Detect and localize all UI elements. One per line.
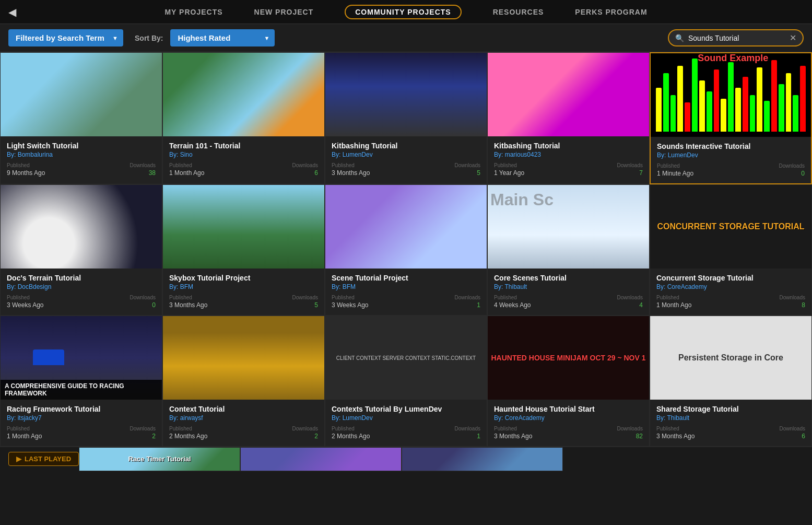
project-card[interactable]: Terrain 101 - TutorialBy: SinoPublished1… bbox=[162, 52, 325, 184]
card-author: By: Thibault bbox=[656, 414, 805, 422]
filter-dropdown[interactable]: Filtered by Search Term bbox=[8, 29, 123, 46]
search-icon: 🔍 bbox=[675, 34, 684, 42]
card-title: Sounds Interactive Tutorial bbox=[657, 142, 805, 150]
card-author: By: CoreAcademy bbox=[494, 414, 643, 422]
card-author: By: CoreAcademy bbox=[656, 283, 805, 290]
sort-dropdown[interactable]: Highest Rated bbox=[170, 29, 275, 46]
card-author: By: itsjacky7 bbox=[7, 414, 156, 422]
project-card[interactable]: Light Switch TutorialBy: BombalurinaPubl… bbox=[0, 52, 162, 184]
card-title: Context Tutorial bbox=[169, 405, 318, 413]
bottom-thumb-2[interactable] bbox=[240, 447, 402, 471]
card-author: By: marious0423 bbox=[494, 151, 643, 158]
card-title: Haunted House Tutorial Start bbox=[494, 405, 643, 413]
last-played-badge: ▶ LAST PLAYED bbox=[8, 452, 79, 466]
card-title: Doc's Terrain Tutorial bbox=[7, 274, 156, 282]
nav-links: MY PROJECTS NEW PROJECT COMMUNITY PROJEC… bbox=[164, 5, 647, 19]
card-title: Scene Tutorial Project bbox=[332, 274, 480, 282]
card-title: Kitbashing Tutorial bbox=[494, 142, 643, 150]
top-navigation: ◀ MY PROJECTS NEW PROJECT COMMUNITY PROJ… bbox=[0, 0, 812, 24]
bottom-thumb-label-1: Race Timer Tutorial bbox=[128, 455, 191, 463]
card-author: By: LumenDev bbox=[332, 414, 480, 422]
card-title: Kitbashing Tutorial bbox=[332, 142, 480, 150]
sort-dropdown-wrapper[interactable]: Highest Rated bbox=[170, 29, 275, 46]
card-author: By: LumenDev bbox=[332, 151, 480, 158]
project-card[interactable]: Skybox Tutorial ProjectBy: BFMPublished3… bbox=[162, 184, 325, 316]
card-author: By: Bombalurina bbox=[7, 151, 156, 158]
project-card[interactable]: CONCURRENT STORAGE TUTORIALConcurrent St… bbox=[650, 184, 812, 316]
last-played-icon: ▶ bbox=[16, 455, 21, 463]
project-card[interactable]: Kitbashing TutorialBy: LumenDevPublished… bbox=[325, 52, 487, 184]
card-author: By: BFM bbox=[332, 283, 480, 290]
card-title: Light Switch Tutorial bbox=[7, 142, 156, 150]
project-card[interactable]: HAUNTED HOUSE MINIJAM OCT 29 ~ NOV 1Haun… bbox=[487, 316, 650, 447]
bottom-thumb-3[interactable] bbox=[402, 447, 563, 471]
card-author: By: airwaysf bbox=[169, 414, 318, 422]
nav-community-projects[interactable]: COMMUNITY PROJECTS bbox=[345, 5, 461, 19]
projects-grid: Light Switch TutorialBy: BombalurinaPubl… bbox=[0, 52, 812, 447]
card-title: Skybox Tutorial Project bbox=[169, 274, 318, 282]
card-author: By: Thibault bbox=[494, 283, 643, 290]
filter-bar: Filtered by Search Term Sort By: Highest… bbox=[0, 24, 812, 52]
project-card[interactable]: Context TutorialBy: airwaysfPublished2 M… bbox=[162, 316, 325, 447]
last-played-label: LAST PLAYED bbox=[25, 455, 71, 463]
nav-my-projects[interactable]: MY PROJECTS bbox=[164, 6, 222, 18]
project-card[interactable]: Persistent Storage in CoreShared Storage… bbox=[650, 316, 812, 447]
card-author: By: BFM bbox=[169, 283, 318, 290]
nav-new-project[interactable]: NEW PROJECT bbox=[254, 6, 314, 18]
card-author: By: LumenDev bbox=[657, 151, 805, 159]
back-button[interactable]: ◀ bbox=[8, 6, 16, 18]
nav-resources[interactable]: RESOURCES bbox=[493, 6, 544, 18]
sort-label: Sort By: bbox=[135, 34, 163, 42]
card-title: Shared Storage Tutorial bbox=[656, 405, 805, 413]
project-card[interactable]: Doc's Terrain TutorialBy: DocBdesignPubl… bbox=[0, 184, 162, 316]
filter-dropdown-wrapper[interactable]: Filtered by Search Term bbox=[8, 29, 123, 46]
search-input[interactable] bbox=[688, 34, 786, 42]
project-card[interactable]: Scene Tutorial ProjectBy: BFMPublished3 … bbox=[325, 184, 487, 316]
card-title: Core Scenes Tutorial bbox=[494, 274, 643, 282]
project-card[interactable]: Kitbashing TutorialBy: marious0423Publis… bbox=[487, 52, 650, 184]
bottom-bar: ▶ LAST PLAYED Race Timer Tutorial bbox=[0, 447, 812, 471]
card-author: By: DocBdesign bbox=[7, 283, 156, 290]
card-title: Concurrent Storage Tutorial bbox=[656, 274, 805, 282]
search-clear-button[interactable]: ✕ bbox=[790, 33, 796, 43]
project-card[interactable]: CLIENT CONTEXT SERVER CONTEXT STATIC.CON… bbox=[325, 316, 487, 447]
bottom-thumb-1[interactable]: Race Timer Tutorial bbox=[79, 447, 240, 471]
project-card[interactable]: Main ScCore Scenes TutorialBy: ThibaultP… bbox=[487, 184, 650, 316]
nav-perks-program[interactable]: PERKS PROGRAM bbox=[575, 6, 647, 18]
card-title: Contexts Tutorial By LumenDev bbox=[332, 405, 480, 413]
card-title: Terrain 101 - Tutorial bbox=[169, 142, 318, 150]
project-card[interactable]: A COMPREHENSIVE GUIDE TO RACING FRAMEWOR… bbox=[0, 316, 162, 447]
card-title: Racing Framework Tutorial bbox=[7, 405, 156, 413]
project-card[interactable]: Sound ExampleSounds Interactive Tutorial… bbox=[650, 52, 812, 184]
search-wrapper: 🔍 ✕ bbox=[668, 29, 804, 46]
card-author: By: Sino bbox=[169, 151, 318, 158]
